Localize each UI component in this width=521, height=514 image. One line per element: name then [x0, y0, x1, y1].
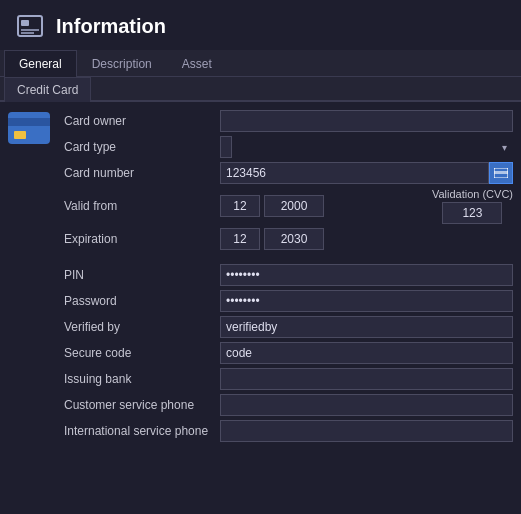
- secure-code-label: Secure code: [60, 346, 220, 360]
- content-area: Credit Card Card owner Card type: [0, 77, 521, 450]
- top-tab-bar: General Description Asset: [0, 50, 521, 77]
- issuing-bank-row: Issuing bank: [60, 368, 513, 390]
- verified-by-label: Verified by: [60, 320, 220, 334]
- card-number-label: Card number: [60, 166, 220, 180]
- secure-code-input[interactable]: [220, 342, 513, 364]
- svg-rect-1: [21, 20, 29, 26]
- form-area: Card owner Card type Card number: [0, 102, 521, 450]
- validation-block: Validation (CVC): [432, 188, 513, 224]
- expiration-month-input[interactable]: [220, 228, 260, 250]
- pin-label: PIN: [60, 268, 220, 282]
- international-service-input[interactable]: [220, 420, 513, 442]
- expiration-date-fields: [220, 228, 513, 250]
- form-divider: [60, 254, 513, 264]
- valid-from-year-input[interactable]: [264, 195, 324, 217]
- tab-description[interactable]: Description: [77, 50, 167, 77]
- card-number-input[interactable]: [220, 162, 489, 184]
- card-type-select[interactable]: [220, 136, 232, 158]
- customer-service-input[interactable]: [220, 394, 513, 416]
- verified-by-row: Verified by: [60, 316, 513, 338]
- pin-row: PIN: [60, 264, 513, 286]
- international-service-label: International service phone: [60, 424, 220, 438]
- valid-from-label: Valid from: [60, 199, 220, 213]
- customer-service-label: Customer service phone: [60, 398, 220, 412]
- card-owner-input[interactable]: [220, 110, 513, 132]
- expiration-fields: [220, 228, 513, 250]
- password-input[interactable]: [220, 290, 513, 312]
- form-fields: Card owner Card type Card number: [60, 110, 513, 446]
- password-row: Password: [60, 290, 513, 312]
- card-type-label: Card type: [60, 140, 220, 154]
- section-tab-bar: Credit Card: [0, 77, 521, 102]
- issuing-bank-input[interactable]: [220, 368, 513, 390]
- expiration-label: Expiration: [60, 232, 220, 246]
- page-title: Information: [56, 15, 166, 38]
- card-owner-label: Card owner: [60, 114, 220, 128]
- tab-credit-card[interactable]: Credit Card: [4, 77, 91, 102]
- validation-cvc-label: Validation (CVC): [432, 188, 513, 200]
- credit-card-icon: [8, 112, 50, 144]
- expiration-row: Expiration: [60, 228, 513, 250]
- validation-cvc-input[interactable]: [442, 202, 502, 224]
- card-type-select-wrapper: [220, 136, 513, 158]
- expiration-year-input[interactable]: [264, 228, 324, 250]
- secure-code-row: Secure code: [60, 342, 513, 364]
- tab-general[interactable]: General: [4, 50, 77, 77]
- verified-by-input[interactable]: [220, 316, 513, 338]
- card-icon-row: Card owner Card type Card number: [8, 110, 513, 446]
- svg-rect-5: [494, 171, 508, 174]
- password-label: Password: [60, 294, 220, 308]
- valid-from-fields: [220, 195, 416, 217]
- customer-service-row: Customer service phone: [60, 394, 513, 416]
- issuing-bank-label: Issuing bank: [60, 372, 220, 386]
- tab-asset[interactable]: Asset: [167, 50, 227, 77]
- card-number-wrapper: [220, 162, 513, 184]
- valid-from-row: Valid from Validation (CVC): [60, 188, 513, 224]
- pin-input[interactable]: [220, 264, 513, 286]
- card-type-row: Card type: [60, 136, 513, 158]
- title-bar: Information: [0, 0, 521, 50]
- app-icon: [14, 10, 46, 42]
- card-owner-row: Card owner: [60, 110, 513, 132]
- card-number-row: Card number: [60, 162, 513, 184]
- valid-from-month-input[interactable]: [220, 195, 260, 217]
- card-number-icon-button[interactable]: [489, 162, 513, 184]
- international-service-row: International service phone: [60, 420, 513, 442]
